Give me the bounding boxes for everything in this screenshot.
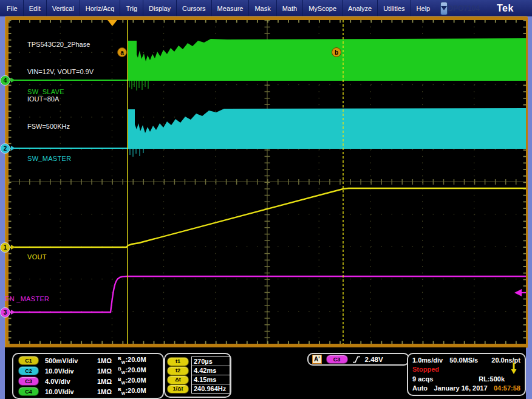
datetime-row: Auto January 16, 2017 04:57:58 [412,384,520,392]
c3-impedance: 1MΩ [97,378,118,385]
t2-badge: t2 [167,366,189,375]
ch2-label: SW_MASTER [27,155,71,162]
c3-badge[interactable]: C3 [18,377,39,386]
channel-row-c4: C4 10.0V/div 1MΩ BW:20.0M [13,387,163,396]
readout-bar: C1 500mV/div 1MΩ BW:20.0M C2 10.0V/div 1… [0,347,532,399]
record-row: 9 acqs RL:500k [412,375,520,383]
horizontal-row: 1.0ms/div 50.0MS/s 20.0ns/pt [412,356,520,364]
trigger-readout-box: A' C3 2.48V [307,353,409,366]
menu-display[interactable]: Display [143,0,177,16]
ch4-position-marker[interactable]: 4 [0,75,15,85]
t1-value: 270µs [191,356,230,366]
menu-vertical[interactable]: Vertical [47,0,80,16]
trigger-position-marker[interactable] [107,20,117,26]
c4-scale: 10.0V/div [45,388,97,395]
scope-display: TPS543C20_2Phase VIN=12V, VOUT=0.9V IOUT… [0,16,532,347]
marker-arrow-icon [11,146,15,151]
channel-settings-box: C1 500mV/div 1MΩ BW:20.0M C2 10.0V/div 1… [12,353,164,399]
cursor-readout-box: t1 270µs t2 4.42ms Δt 4.15ms 1/Δt 240.96… [164,353,231,398]
timebase: 1.0ms/div [412,356,443,364]
ch2-trace-band [128,108,526,149]
ch4-label: SW_SLAVE [27,88,64,95]
menu-horiz-acq[interactable]: Horiz/Acq [80,0,121,16]
menu-analyze[interactable]: Analyze [343,0,378,16]
ch1-position-marker[interactable]: 1 [0,242,15,252]
toolbar-dropdown-button[interactable] [440,2,448,15]
annotation-block: TPS543C20_2Phase VIN=12V, VOUT=0.9V IOUT… [27,22,94,149]
menu-trig[interactable]: Trig [120,0,143,16]
c1-scale: 500mV/div [45,357,97,364]
c2-badge[interactable]: C2 [18,366,39,375]
cursor-a-label[interactable]: a [117,47,127,57]
c4-impedance: 1MΩ [97,388,118,395]
channel-row-c1: C1 500mV/div 1MΩ BW:20.0M [13,356,163,365]
marker-arrow-icon [11,310,15,315]
status-row: Stopped [412,366,520,373]
ch4-trace-spikes [129,81,148,90]
cursor-row-inv-dt: 1/Δt 240.964Hz [165,384,230,394]
trigger-a-badge: A' [312,355,322,364]
annotation-line: FSW=500KHz [27,122,94,131]
c3-scale: 4.0V/div [45,378,97,385]
menu-help[interactable]: Help [411,0,436,16]
c1-badge[interactable]: C1 [18,356,39,365]
cursor-row-dt: Δt 4.15ms [165,375,230,384]
sample-rate: 50.0MS/s [449,356,478,364]
scope-model-label: DPO7104 [448,4,480,13]
c2-scale: 10.0V/div [45,367,97,375]
c1-impedance: 1MΩ [97,357,118,364]
ch1-label: VOUT [27,253,47,261]
cursor-b-label[interactable]: b [332,47,341,57]
acquisition-status: Stopped [412,366,439,373]
ch2-trace-spikes [130,149,143,157]
ch3-label: EN _MASTER [5,295,49,302]
c2-impedance: 1MΩ [97,367,118,375]
channel-row-c3: C3 4.0V/div 1MΩ BW:20.0M [13,377,163,386]
c1-bandwidth: BW:20.0M [118,356,146,364]
marker-arrow-icon [11,78,15,83]
ch2-position-marker[interactable]: 2 [0,143,15,153]
menu-utilities[interactable]: Utilities [378,0,411,16]
trigger-level: 2.48V [365,356,383,363]
menu-edit[interactable]: Edit [24,0,47,16]
menu-measure[interactable]: Measure [212,0,250,16]
record-length: RL:500k [479,375,505,383]
date-label: January 16, 2017 [434,384,487,392]
marker-arrow-icon [11,245,15,250]
rising-edge-icon [352,355,361,364]
c4-badge[interactable]: C4 [18,387,39,396]
ch3-position-marker[interactable]: 3 [0,307,15,317]
cursor-row-t1: t1 270µs [165,356,230,366]
time-label: 04:57:58 [494,384,520,392]
chevron-down-icon [441,6,447,10]
trigger-mode: Auto [412,384,428,392]
c3-bandwidth: BW:20.0M [118,377,146,385]
menu-math[interactable]: Math [277,0,303,16]
trigger-level-arrow[interactable] [514,289,526,296]
inv-dt-value: 240.964Hz [191,384,230,394]
menu-myscope[interactable]: MyScope [303,0,343,16]
ch4-trace-band [128,38,526,81]
dt-value: 4.15ms [191,375,230,384]
oscilloscope-screen: { "titlebar": { "menu_items": ["File","E… [0,0,532,399]
tek-logo: Tek [497,3,514,14]
menu-bar: File Edit Vertical Horiz/Acq Trig Displa… [0,0,532,16]
annotation-line: IOUT=80A [27,95,94,104]
dt-badge: Δt [167,375,189,384]
t1-badge: t1 [167,357,189,366]
c2-bandwidth: BW:20.0M [118,366,146,375]
cursor-row-t2: t2 4.42ms [165,366,230,375]
channel-row-c2: C2 10.0V/div 1MΩ BW:20.0M [13,366,163,375]
menu-mask[interactable]: Mask [249,0,276,16]
inv-dt-badge: 1/Δt [167,384,189,394]
t2-value: 4.42ms [191,366,230,375]
annotation-line: VIN=12V, VOUT=0.9V [27,67,94,77]
acq-count: 9 acqs [412,375,433,383]
c4-bandwidth: BW:20.0M [118,387,146,395]
acquisition-box: 1.0ms/div 50.0MS/s 20.0ns/pt Stopped 9 a… [407,353,526,396]
annotation-line: TPS543C20_2Phase [27,40,94,49]
menu-cursors[interactable]: Cursors [177,0,212,16]
trigger-source-badge: C3 [326,355,348,364]
menu-file[interactable]: File [1,0,24,16]
arrow-down-icon [510,363,517,375]
